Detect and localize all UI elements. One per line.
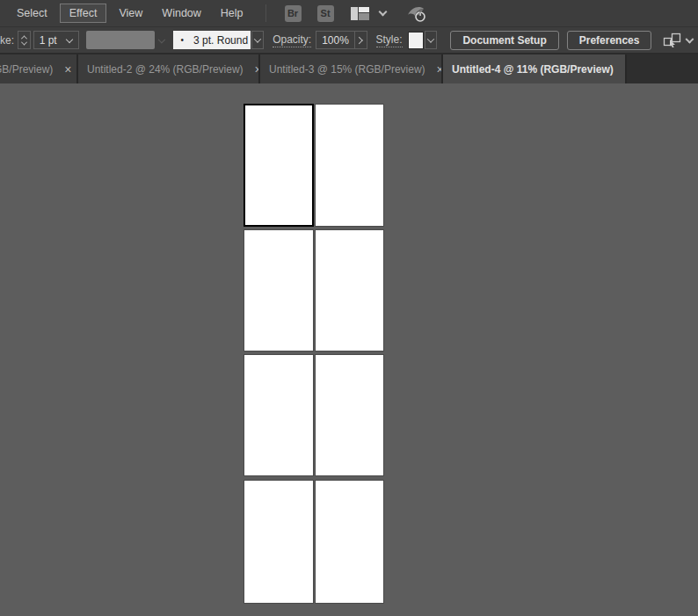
- tab-untitled-1[interactable]: GB/Preview) ×: [0, 54, 78, 83]
- chevron-down-icon[interactable]: [686, 34, 694, 43]
- stroke-weight-stepper[interactable]: [18, 31, 31, 49]
- artboard-4[interactable]: [315, 229, 384, 351]
- artboard-3[interactable]: [244, 229, 314, 351]
- menu-bar: Select Effect View Window Help Br St: [0, 0, 698, 26]
- tab-label: GB/Preview): [0, 63, 53, 76]
- artboard-1-active[interactable]: [244, 104, 314, 227]
- document-tab-bar: GB/Preview) × Untitled-2 @ 24% (RGB/Prev…: [0, 54, 698, 83]
- opacity-label[interactable]: Opacity:: [273, 33, 311, 47]
- tab-label: Untitled-3 @ 15% (RGB/Preview): [269, 63, 425, 76]
- tab-untitled-2[interactable]: Untitled-2 @ 24% (RGB/Preview) ×: [78, 54, 260, 83]
- opacity-value: 100%: [322, 34, 349, 47]
- artboard-7[interactable]: [244, 480, 314, 604]
- chevron-down-icon[interactable]: [378, 8, 387, 17]
- menu-select[interactable]: Select: [7, 4, 57, 23]
- preferences-button[interactable]: Preferences: [567, 31, 652, 50]
- opacity-input[interactable]: 100%: [316, 31, 354, 49]
- chevron-down-icon: [66, 35, 73, 42]
- tab-label: Untitled-2 @ 24% (RGB/Preview): [87, 63, 244, 76]
- artboard-6[interactable]: [315, 354, 384, 476]
- artboard-2[interactable]: [315, 104, 384, 227]
- menu-view[interactable]: View: [109, 4, 152, 23]
- tab-untitled-3[interactable]: Untitled-3 @ 15% (RGB/Preview) ×: [260, 54, 443, 83]
- chevron-down-icon: [158, 35, 165, 42]
- variable-width-profile-preview[interactable]: [86, 31, 155, 49]
- artboard-5[interactable]: [244, 354, 314, 476]
- document-setup-button[interactable]: Document Setup: [450, 31, 558, 50]
- brush-dot-icon: •: [181, 35, 185, 45]
- style-swatch[interactable]: [408, 32, 424, 49]
- brush-definition-dropdown[interactable]: • 3 pt. Round: [173, 31, 251, 49]
- artboard-8[interactable]: [315, 480, 384, 604]
- canvas-pasteboard[interactable]: [0, 83, 698, 616]
- arrange-documents-icon[interactable]: [351, 7, 369, 20]
- close-icon[interactable]: ×: [625, 63, 627, 76]
- style-dropdown-chevron[interactable]: [425, 31, 438, 49]
- opacity-panel-arrow[interactable]: [354, 31, 367, 49]
- illustrator-window: Select Effect View Window Help Br St ke:: [0, 0, 698, 616]
- control-bar: ke: 1 pt • 3 pt. Round Opacity: 100% Sty…: [0, 26, 698, 54]
- brush-dropdown-chevron[interactable]: [251, 31, 265, 49]
- menu-divider: [265, 4, 266, 22]
- menu-effect[interactable]: Effect: [60, 4, 107, 23]
- select-similar-icon[interactable]: [662, 33, 683, 48]
- stock-icon[interactable]: St: [317, 5, 334, 22]
- style-label[interactable]: Style:: [376, 33, 403, 47]
- menu-help[interactable]: Help: [211, 4, 253, 23]
- bridge-icon[interactable]: Br: [285, 5, 302, 22]
- tab-untitled-4-active[interactable]: Untitled-4 @ 11% (RGB/Preview) ×: [443, 54, 627, 83]
- menu-window[interactable]: Window: [152, 4, 210, 23]
- cc-sync-icon[interactable]: [405, 4, 430, 23]
- brush-name: 3 pt. Round: [193, 34, 248, 47]
- stroke-label: ke:: [0, 34, 14, 47]
- close-icon[interactable]: ×: [64, 63, 71, 76]
- close-icon[interactable]: ×: [437, 63, 443, 76]
- stroke-weight-dropdown[interactable]: 1 pt: [33, 31, 80, 49]
- stroke-weight-value: 1 pt: [40, 34, 57, 47]
- tab-label: Untitled-4 @ 11% (RGB/Preview): [452, 63, 614, 76]
